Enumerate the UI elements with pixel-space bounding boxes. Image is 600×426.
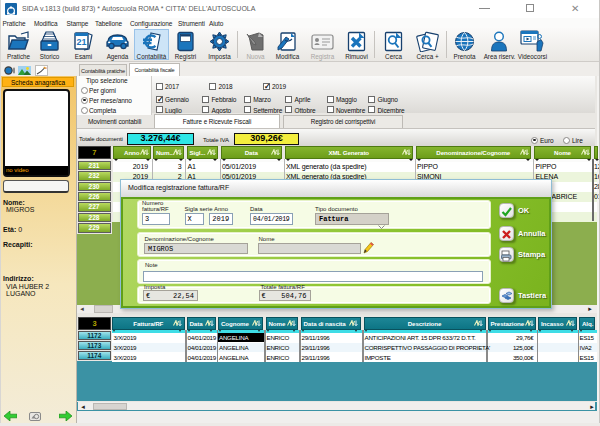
svg-text:21: 21	[76, 37, 86, 47]
